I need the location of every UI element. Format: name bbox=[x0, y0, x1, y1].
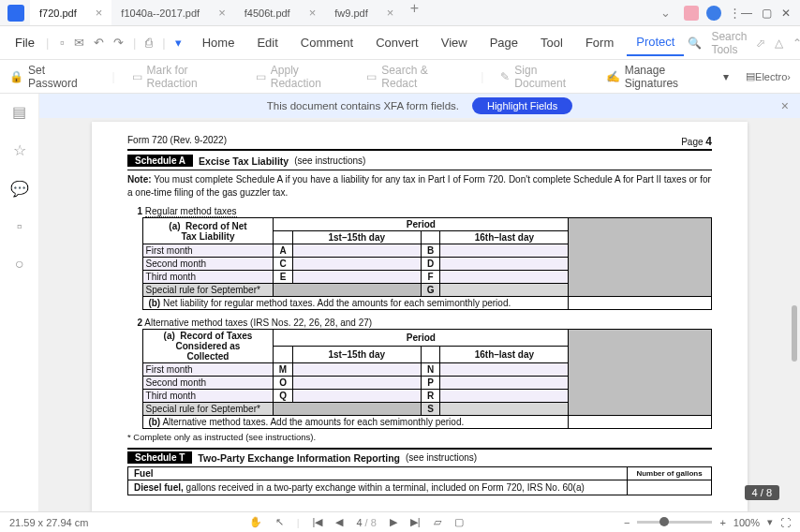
tab-f720[interactable]: f720.pdf × bbox=[30, 0, 111, 25]
hand-tool-icon[interactable]: ✋ bbox=[249, 516, 262, 528]
print-icon[interactable]: ⎙ bbox=[145, 36, 153, 50]
field[interactable] bbox=[292, 363, 421, 377]
zoom-dropdown-icon[interactable]: ▾ bbox=[767, 516, 773, 528]
fullscreen-icon[interactable]: ⛶ bbox=[780, 517, 791, 528]
menu-view[interactable]: View bbox=[432, 30, 477, 55]
field[interactable] bbox=[440, 363, 569, 377]
first-page-icon[interactable]: |◀ bbox=[313, 516, 323, 528]
menu-page[interactable]: Page bbox=[481, 30, 527, 55]
mark-redaction-button[interactable]: ▭ Mark for Redaction bbox=[132, 64, 239, 90]
bookmark-toggle-icon[interactable]: ▾ bbox=[175, 36, 182, 50]
menu-comment[interactable]: Comment bbox=[291, 30, 363, 55]
search-panel-icon[interactable]: ○ bbox=[15, 256, 24, 273]
line-2-num: 2 bbox=[127, 318, 142, 328]
field[interactable] bbox=[292, 377, 421, 390]
row-third: Third month bbox=[142, 390, 274, 403]
sign-document-button[interactable]: ✎ Sign Document bbox=[500, 64, 588, 90]
total-field[interactable] bbox=[569, 297, 712, 310]
toolbar-overflow[interactable]: ▤ Electro › bbox=[746, 70, 791, 82]
gift-icon[interactable] bbox=[684, 6, 699, 21]
user-avatar-icon[interactable] bbox=[706, 6, 721, 21]
file-menu[interactable]: File bbox=[7, 36, 42, 50]
menu-convert[interactable]: Convert bbox=[366, 30, 428, 55]
field[interactable] bbox=[292, 390, 421, 403]
search-tools-label[interactable]: Search Tools bbox=[711, 30, 747, 56]
select-tool-icon[interactable]: ↖ bbox=[275, 516, 284, 528]
signature-icon: ✍ bbox=[606, 70, 620, 83]
minimize-icon[interactable]: — bbox=[741, 7, 752, 20]
apply-redaction-button[interactable]: ▭ Apply Redaction bbox=[256, 64, 350, 90]
zoom-value[interactable]: 100% bbox=[733, 517, 760, 528]
close-icon[interactable]: × bbox=[309, 6, 317, 20]
maximize-icon[interactable]: ▢ bbox=[762, 7, 772, 20]
open-external-icon[interactable]: ⬀ bbox=[756, 37, 765, 50]
cell: D bbox=[421, 258, 439, 271]
cell: S bbox=[421, 403, 439, 416]
menu-protect[interactable]: Protect bbox=[627, 29, 684, 56]
field[interactable] bbox=[440, 377, 569, 390]
period-header: Period bbox=[274, 218, 569, 231]
fit-page-icon[interactable]: ▱ bbox=[434, 516, 441, 528]
field[interactable] bbox=[440, 244, 569, 258]
tab-fw9[interactable]: fw9.pdf × bbox=[325, 0, 403, 25]
chevron-down-icon[interactable]: ⌄ bbox=[660, 6, 671, 20]
sync-icon[interactable]: △ bbox=[775, 37, 783, 50]
xfa-banner: This document contains XFA form fields. … bbox=[39, 94, 800, 118]
page-input[interactable]: 4 / 8 bbox=[356, 517, 376, 528]
next-page-icon[interactable]: ▶ bbox=[390, 516, 397, 528]
fit-width-icon[interactable]: ▢ bbox=[454, 516, 464, 528]
tab-f4506t[interactable]: f4506t.pdf × bbox=[235, 0, 326, 25]
field[interactable] bbox=[440, 390, 569, 403]
field[interactable] bbox=[440, 271, 569, 284]
scrollbar-thumb[interactable] bbox=[792, 305, 797, 362]
close-window-icon[interactable]: ✕ bbox=[781, 7, 791, 20]
close-icon[interactable]: × bbox=[387, 6, 394, 20]
close-icon[interactable]: × bbox=[96, 6, 103, 20]
menu-edit[interactable]: Edit bbox=[247, 30, 287, 55]
field[interactable] bbox=[440, 284, 569, 297]
comments-icon[interactable]: 💬 bbox=[10, 180, 29, 198]
sidebar-left: ▤ ☆ 💬 ▫ ○ bbox=[0, 94, 39, 511]
zoom-out-icon[interactable]: − bbox=[624, 517, 630, 528]
field[interactable] bbox=[292, 271, 421, 284]
undo-icon[interactable]: ↶ bbox=[94, 36, 104, 50]
menu-tool[interactable]: Tool bbox=[531, 30, 572, 55]
field[interactable] bbox=[440, 403, 569, 416]
mark-redaction-label: Mark for Redaction bbox=[147, 64, 239, 90]
zoom-slider[interactable] bbox=[637, 521, 712, 524]
thumbnails-icon[interactable]: ▤ bbox=[12, 103, 26, 121]
save-icon[interactable]: ▫ bbox=[60, 36, 65, 50]
field[interactable] bbox=[440, 258, 569, 271]
menu-form[interactable]: Form bbox=[576, 30, 623, 55]
diesel-row: Diesel fuel, gallons received in a two-p… bbox=[128, 480, 628, 495]
tab-label: f1040a--2017.pdf bbox=[121, 7, 200, 19]
prev-page-icon[interactable]: ◀ bbox=[335, 516, 343, 528]
field[interactable] bbox=[292, 244, 421, 258]
total-field[interactable] bbox=[569, 416, 712, 429]
highlight-fields-button[interactable]: Highlight Fields bbox=[472, 97, 572, 114]
new-tab-button[interactable]: + bbox=[403, 0, 425, 25]
bookmark-icon[interactable]: ☆ bbox=[13, 141, 26, 159]
close-icon[interactable]: × bbox=[218, 6, 226, 20]
mail-icon[interactable]: ✉ bbox=[74, 36, 84, 50]
page-viewport[interactable]: Form 720 (Rev. 9-2022) Page 4 Schedule A… bbox=[39, 118, 800, 511]
zoom-handle[interactable] bbox=[659, 517, 669, 526]
attachments-icon[interactable]: ▫ bbox=[17, 218, 22, 235]
tab-f1040a[interactable]: f1040a--2017.pdf × bbox=[111, 0, 234, 25]
menu-home[interactable]: Home bbox=[193, 30, 244, 55]
manage-signatures-button[interactable]: ✍ Manage Signatures ▾ bbox=[606, 64, 729, 90]
status-bar: 21.59 x 27.94 cm ✋ ↖ | |◀ ◀ 4 / 8 ▶ ▶| ▱… bbox=[0, 511, 800, 532]
search-redact-button[interactable]: ▭ Search & Redact bbox=[366, 64, 464, 90]
search-icon[interactable]: 🔍 bbox=[688, 37, 702, 50]
set-password-button[interactable]: 🔒 Set Password bbox=[9, 64, 95, 90]
last-page-icon[interactable]: ▶| bbox=[410, 516, 421, 528]
cell: R bbox=[421, 390, 439, 403]
field[interactable] bbox=[292, 258, 421, 271]
page-number: Page 4 bbox=[681, 135, 712, 148]
collapse-ribbon-icon[interactable]: ⌃ bbox=[793, 37, 800, 50]
redo-icon[interactable]: ↷ bbox=[113, 36, 124, 50]
gallons-field[interactable] bbox=[628, 480, 712, 495]
zoom-in-icon[interactable]: + bbox=[719, 517, 725, 528]
banner-close-icon[interactable]: × bbox=[781, 98, 789, 113]
kebab-menu-icon[interactable]: ⋮ bbox=[729, 6, 741, 20]
